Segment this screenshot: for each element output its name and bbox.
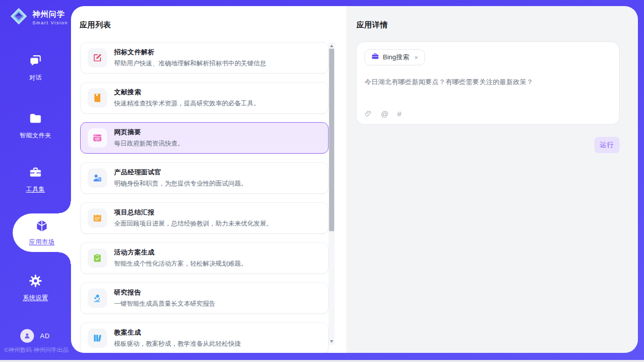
clipboard-check-icon <box>92 253 102 263</box>
icon-tile <box>88 168 107 188</box>
app-detail-panel: 应用详情 Bing搜索 × 今日湖北有哪些新闻要点？有哪些需要关注的最新政策？ <box>346 6 638 353</box>
scrollbar-thumb[interactable] <box>329 49 334 231</box>
prompt-text[interactable]: 今日湖北有哪些新闻要点？有哪些需要关注的最新政策？ <box>365 78 611 87</box>
person-doc-icon <box>92 173 102 183</box>
purple-frame: 神州问学 Smart Vision 对话 智能文件夹 <box>0 0 644 360</box>
sidebar-item-toolset[interactable]: 工具集 <box>0 165 71 194</box>
brand-name: 神州问学 <box>32 10 68 19</box>
sidebar-item-label: 工具集 <box>26 185 45 194</box>
icon-tile <box>88 88 107 107</box>
app-card-desc: 全面回顾项目进展，总结经验教训，助力未来优化发展。 <box>114 220 273 228</box>
app-card-bid-document-parsing[interactable]: 招标文件解析 帮助用户快速、准确地理解和解析招标书中的关键信息 <box>80 42 329 74</box>
sidebar: 神州问学 Smart Vision 对话 智能文件夹 <box>0 0 71 360</box>
hash-icon[interactable]: # <box>397 110 401 118</box>
app-card-title: 研究报告 <box>114 288 216 297</box>
pen-square-icon <box>92 53 102 63</box>
app-card-research-report[interactable]: 研究报告 一键智能生成高质量长文本研究报告 <box>80 282 329 314</box>
toolbox-icon <box>28 165 43 182</box>
icon-tile <box>88 248 107 268</box>
app-card-title: 产品经理面试官 <box>114 168 247 177</box>
app-card-project-summary[interactable]: 项目总结汇报 全面回顾项目进展，总结经验教训，助力未来优化发展。 <box>80 202 329 234</box>
sidebar-item-label: 智能文件夹 <box>20 131 52 140</box>
app-card-desc: 帮助用户快速、准确地理解和解析招标书中的关键信息 <box>114 59 266 68</box>
icon-tile <box>88 288 107 308</box>
sidebar-item-chat[interactable]: 对话 <box>0 54 71 82</box>
app-card-desc: 每日政府新闻资讯快查。 <box>114 139 184 148</box>
briefcase-icon <box>371 52 379 62</box>
sidebar-item-label: 应用市场 <box>29 238 55 246</box>
icon-tile <box>88 128 107 148</box>
user-account[interactable]: AD <box>20 329 50 343</box>
mention-icon[interactable]: @ <box>381 110 388 118</box>
scrollbar-down-arrow-icon[interactable] <box>330 340 333 343</box>
app-card-title: 活动方案生成 <box>114 248 247 257</box>
icon-tile <box>88 208 107 228</box>
books-icon <box>92 333 102 343</box>
calendar-icon <box>92 213 102 223</box>
prompt-input-card[interactable]: Bing搜索 × 今日湖北有哪些新闻要点？有哪些需要关注的最新政策？ @ # <box>356 42 620 125</box>
app-card-desc: 一键智能生成高质量长文本研究报告 <box>114 300 216 308</box>
scrollbar[interactable] <box>329 43 335 345</box>
chip-close-icon[interactable]: × <box>414 54 418 61</box>
tool-chip-bing-search[interactable]: Bing搜索 × <box>365 49 425 65</box>
copyright-text: ©神州数码·神州问学出品 <box>4 346 68 354</box>
app-card-desc: 明确身份和职责，为您提供专业性的面试问题。 <box>114 179 247 188</box>
app-card-title: 教案生成 <box>114 328 241 337</box>
app-card-title: 网页摘要 <box>114 128 184 137</box>
diamond-logo-icon <box>9 7 28 28</box>
app-card-lesson-plan[interactable]: 教案生成 模板驱动，教案秒成，教学准备从此轻松快捷 <box>80 322 329 353</box>
icon-tile <box>88 329 107 348</box>
folder-icon <box>28 112 43 128</box>
app-list-panel: 应用列表 招标文件解析 帮助用户快速、准确地理解和解析招标书中的关键信 <box>71 6 346 353</box>
sidebar-item-label: 系统设置 <box>23 294 48 302</box>
app-card-web-summary[interactable]: 网页摘要 每日政府新闻资讯快查。 <box>80 122 329 154</box>
brand-tagline: Smart Vision <box>32 20 68 25</box>
user-initials: AD <box>40 332 50 340</box>
app-card-event-plan[interactable]: 活动方案生成 智能生成个性化活动方案，轻松解决规划难题。 <box>80 242 329 274</box>
sidebar-item-smart-folder[interactable]: 智能文件夹 <box>0 112 71 140</box>
attachment-icon[interactable] <box>365 110 372 118</box>
microscope-icon <box>92 293 102 303</box>
app-card-pm-interviewer[interactable]: 产品经理面试官 明确身份和职责，为您提供专业性的面试问题。 <box>80 162 329 194</box>
brand-logo: 神州问学 Smart Vision <box>9 7 68 28</box>
sidebar-item-settings[interactable]: 系统设置 <box>0 274 71 302</box>
avatar <box>20 329 34 343</box>
scrollbar-up-arrow-icon[interactable] <box>330 45 333 47</box>
gear-icon <box>28 274 43 290</box>
app-card-desc: 模板驱动，教案秒成，教学准备从此轻松快捷 <box>114 340 241 348</box>
chat-icon <box>28 54 43 70</box>
sidebar-item-label: 对话 <box>29 74 42 82</box>
app-card-literature-search[interactable]: 文献搜索 快速精准查找学术资源，提高研究效率的必备工具。 <box>80 82 329 114</box>
app-card-title: 文献搜索 <box>114 88 260 97</box>
input-toolbar: @ # <box>365 110 402 118</box>
icon-tile <box>88 48 107 67</box>
chip-label: Bing搜索 <box>383 53 409 62</box>
app-card-list: 招标文件解析 帮助用户快速、准确地理解和解析招标书中的关键信息 <box>80 42 329 353</box>
app-card-desc: 智能生成个性化活动方案，轻松解决规划难题。 <box>114 260 247 268</box>
run-button[interactable]: 运行 <box>594 137 620 153</box>
app-card-title: 项目总结汇报 <box>114 208 273 217</box>
app-detail-title: 应用详情 <box>356 20 388 30</box>
browser-code-icon <box>92 133 102 143</box>
book-icon <box>92 93 102 103</box>
cube-icon <box>35 219 49 235</box>
app-card-title: 招标文件解析 <box>114 48 266 57</box>
content-area: 应用列表 招标文件解析 帮助用户快速、准确地理解和解析招标书中的关键信 <box>71 6 638 353</box>
sidebar-item-app-market[interactable]: 应用市场 <box>13 213 71 252</box>
app-list-title: 应用列表 <box>80 20 111 30</box>
app-card-desc: 快速精准查找学术资源，提高研究效率的必备工具。 <box>114 99 260 108</box>
